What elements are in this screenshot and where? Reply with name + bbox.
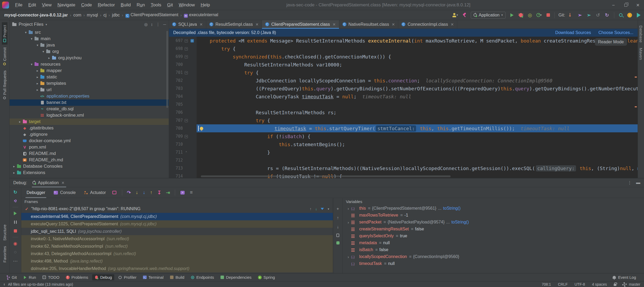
coverage-button[interactable]: ◎ bbox=[527, 12, 533, 18]
tree-row[interactable]: ▸Database Consoles bbox=[10, 163, 169, 170]
tree-row[interactable]: ▸mapper bbox=[10, 67, 169, 74]
run-configuration-select[interactable]: Application ▾ bbox=[471, 12, 506, 19]
chevron-right-icon[interactable]: › bbox=[345, 220, 351, 225]
tree-row[interactable]: banner.txt bbox=[10, 99, 169, 106]
tree-row[interactable]: ~create_db.sql bbox=[10, 106, 169, 112]
drop-frame-icon[interactable]: ↧ bbox=[157, 190, 161, 196]
debug-tab-actuator[interactable]: Actuator bbox=[83, 187, 107, 198]
menu-item-refactor[interactable]: Refactor bbox=[95, 1, 117, 9]
hide-panel-icon[interactable]: ─ bbox=[163, 22, 166, 27]
tree-row[interactable]: MREADME_zh.md bbox=[10, 157, 169, 163]
debug-tab-console[interactable]: >Console bbox=[53, 187, 77, 198]
users-icon[interactable]: ▾ bbox=[452, 12, 458, 18]
evaluate-expression-icon[interactable]: > bbox=[180, 190, 185, 196]
project-header[interactable]: Project Files ▾ ◎ ↕ ⋮ ─ bbox=[10, 20, 169, 29]
code-line[interactable]: 705 bbox=[169, 100, 638, 108]
close-tab-icon[interactable]: ✕ bbox=[200, 22, 203, 27]
stop-button[interactable] bbox=[545, 12, 551, 18]
tree-row[interactable]: ▸templates bbox=[10, 80, 169, 87]
warning-tick-icon[interactable] bbox=[635, 106, 637, 107]
menu-item-help[interactable]: Help bbox=[198, 1, 212, 9]
menu-item-edit[interactable]: Edit bbox=[26, 1, 38, 9]
horizontal-scrollbar[interactable] bbox=[201, 175, 451, 177]
event-log-button[interactable]: Event Log bbox=[613, 275, 640, 280]
view-breakpoints-icon[interactable]: ◉ bbox=[13, 241, 17, 246]
add-watch-icon[interactable]: + bbox=[337, 206, 339, 211]
stop-icon[interactable] bbox=[14, 228, 17, 234]
file-encoding[interactable]: UTF-8 bbox=[574, 282, 585, 286]
tree-row[interactable]: ▸org.joychou bbox=[10, 55, 169, 61]
chevron-down-icon[interactable]: ▾ bbox=[41, 50, 46, 53]
mute-breakpoints-icon[interactable]: ◌ bbox=[14, 250, 16, 255]
thread-selector[interactable]: ✓ "http-nio-8081-exec-2"@8,507 in group … bbox=[21, 205, 333, 213]
toolwindow-button-debug[interactable]: Debug bbox=[92, 274, 114, 280]
run-button[interactable] bbox=[509, 12, 515, 18]
chevron-down-icon[interactable]: ▾ bbox=[23, 31, 28, 34]
fold-marker[interactable]: − bbox=[183, 55, 190, 58]
fold-marker[interactable]: − bbox=[183, 71, 190, 74]
arrow-up-icon[interactable]: ↑ bbox=[310, 207, 311, 211]
breadcrumb-item[interactable]: CClientPreparedStatement bbox=[125, 12, 179, 18]
sidebar-tab-pull-requests[interactable]: Pull Requests bbox=[2, 68, 7, 102]
code-line[interactable]: 708 timeoutTask = this.startQueryTimer(s… bbox=[169, 124, 638, 132]
breadcrumb-item[interactable]: mexecuteInternal bbox=[184, 12, 218, 18]
chevron-right-icon[interactable]: ▸ bbox=[18, 120, 22, 124]
copy-icon[interactable] bbox=[336, 234, 339, 237]
variable-row[interactable]: createStreamingResultSet=false bbox=[343, 226, 644, 233]
more-icon[interactable]: ⋯ bbox=[13, 258, 18, 264]
tree-row[interactable]: ▾resources bbox=[10, 61, 169, 67]
sidebar-tab-favorites[interactable]: Favorites bbox=[2, 243, 7, 265]
caret-position[interactable]: 708:1 bbox=[542, 282, 551, 286]
tree-row[interactable]: ▾src bbox=[10, 29, 169, 36]
breadcrumb-item[interactable]: mysql-connector-java-8.0.12.jar bbox=[4, 13, 68, 18]
restore-icon[interactable] bbox=[620, 0, 632, 10]
code-line[interactable]: 702 JdbcConnection locallyScopedConnecti… bbox=[169, 77, 638, 85]
toolwindow-button-build[interactable]: Build bbox=[168, 274, 187, 280]
notification-link[interactable]: Choose Sources... bbox=[598, 30, 633, 35]
chevron-down-icon[interactable]: ▾ bbox=[35, 43, 40, 47]
git-update-icon[interactable]: ⭣ bbox=[569, 12, 574, 18]
variable-row[interactable]: {..}timeoutTask=null bbox=[343, 260, 644, 267]
variable-row[interactable]: isBatch=false bbox=[343, 246, 644, 253]
chevron-right-icon[interactable]: ▸ bbox=[35, 69, 40, 73]
tree-row[interactable]: ▸target bbox=[10, 119, 169, 125]
chevron-right-icon[interactable]: ▸ bbox=[35, 82, 40, 85]
chevron-right-icon[interactable]: ▸ bbox=[12, 164, 16, 168]
tree-row[interactable]: ◆.gitignore bbox=[10, 131, 169, 138]
chevron-down-icon[interactable]: ▾ bbox=[29, 62, 34, 66]
locate-file-icon[interactable]: ◎ bbox=[144, 22, 148, 27]
step-over-icon[interactable]: ↷ bbox=[127, 190, 131, 196]
variable-row[interactable]: ›{..}this={ClientPreparedStatement@9561}… bbox=[343, 205, 644, 212]
fold-marker[interactable]: − bbox=[183, 119, 190, 122]
close-tab-icon[interactable]: ✕ bbox=[256, 22, 259, 27]
tree-row[interactable]: </>application.properties bbox=[10, 93, 169, 99]
menu-item-code[interactable]: Code bbox=[79, 1, 94, 9]
close-tab-icon[interactable]: ✕ bbox=[333, 22, 336, 27]
run-to-cursor-icon[interactable]: ⇥ bbox=[166, 190, 170, 196]
variable-row[interactable]: maxRowsToRetrieve=-1 bbox=[343, 212, 644, 219]
tree-row[interactable]: ▸url bbox=[10, 87, 169, 93]
toolwindow-button-endpoints[interactable]: Endpoints bbox=[188, 274, 217, 280]
git-branch-widget[interactable]: master bbox=[623, 282, 640, 286]
editor-tab[interactable]: CResultSetImpl.class✕ bbox=[206, 20, 262, 28]
variable-row[interactable]: queryIsSelectOnly=true bbox=[343, 233, 644, 239]
sidebar-tab-project[interactable]: Project bbox=[2, 22, 7, 45]
layout-settings-icon[interactable] bbox=[112, 190, 117, 196]
code-line[interactable]: 713 rs = (ResultSetInternalMethods)((Nat… bbox=[169, 164, 638, 172]
code-line[interactable]: 699− synchronized(this.checkClosed().get… bbox=[169, 53, 638, 61]
toolwindow-button-run[interactable]: Run bbox=[21, 274, 39, 280]
chevron-right-icon[interactable]: › bbox=[345, 206, 351, 211]
chevron-right-icon[interactable]: ▸ bbox=[12, 171, 16, 175]
frame-row[interactable]: jdbc_sqli_sec:111, SQLI(org.joychou.cont… bbox=[21, 228, 333, 235]
tree-row[interactable]: docker-compose.yml bbox=[10, 138, 169, 144]
close-icon[interactable]: ✕ bbox=[632, 0, 644, 10]
frame-row[interactable]: executeQuery:1025, ClientPreparedStateme… bbox=[21, 220, 333, 228]
menu-item-git[interactable]: Git bbox=[165, 1, 175, 9]
toolwindow-button-profiler[interactable]: Profiler bbox=[116, 274, 139, 280]
arrow-down-icon[interactable]: ↓ bbox=[315, 207, 317, 211]
close-icon[interactable]: ✕ bbox=[61, 181, 65, 185]
debug-tab-debugger[interactable]: Debugger bbox=[26, 187, 46, 198]
variable-row[interactable]: ›sendPacket={NativePacketPayload@9574}..… bbox=[343, 219, 644, 226]
menu-item-navigate[interactable]: Navigate bbox=[55, 1, 78, 9]
toolwindow-button-git[interactable]: Git bbox=[4, 274, 19, 280]
